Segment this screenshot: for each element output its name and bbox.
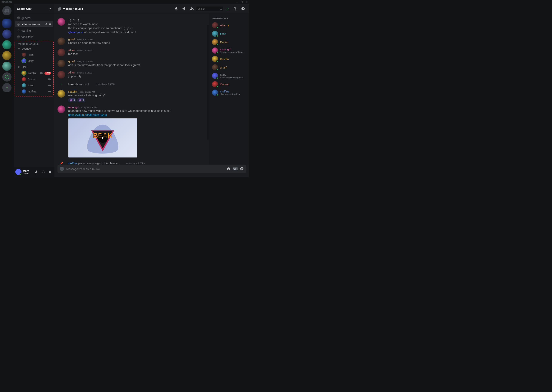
help-button[interactable] [240,7,246,11]
gear-icon[interactable] [49,23,51,25]
search-box[interactable] [196,7,223,11]
member-name: moongirl [220,48,246,51]
avatar [22,89,26,94]
maximize-button[interactable]: ☐ [241,1,243,3]
settings-button[interactable] [47,169,53,175]
channel-name: food-fails [22,35,51,38]
text-channel-videos-n-music[interactable]: videos-n-music [15,21,53,27]
reaction[interactable]: 👾3 [68,98,76,102]
member-item[interactable]: moongirlPlaying League of Legends ▸ [211,46,248,55]
member-item[interactable]: fiona [211,29,248,38]
server-item[interactable] [2,51,12,60]
members-header: MEMBERS — 9 [211,16,248,21]
voice-channel-dnd[interactable]: DnD [16,64,52,70]
self-avatar[interactable] [15,169,22,175]
text-channel-food-fails[interactable]: food-fails [15,34,53,40]
server-item[interactable] [2,40,12,49]
avatar[interactable] [58,71,65,78]
gif-button[interactable]: GIF [233,167,238,170]
voice-user[interactable]: KatelinLIVE [16,70,52,76]
server-item[interactable] [2,19,12,28]
avatar [212,81,218,87]
avatar[interactable] [58,60,65,67]
member-item[interactable]: muffinsListening to Spotify ▸ [211,88,248,97]
member-item[interactable]: Daniel [211,38,248,46]
scrollbar[interactable] [207,14,209,165]
member-activity: Listening to Spotify ▸ [220,93,246,96]
explore-button[interactable] [2,72,12,82]
voice-user[interactable]: Allan [16,52,52,58]
avatar[interactable] [58,37,65,45]
self-info[interactable]: Mary #0000 [23,169,32,175]
members-toggle-button[interactable] [189,7,195,11]
channel-name: videos-n-music [22,23,45,26]
avatar [22,53,26,57]
search-input[interactable] [197,7,219,10]
voice-channel-name: Lounge [22,47,31,50]
message-author[interactable]: Allan [68,71,74,74]
attach-button[interactable]: + [60,167,64,171]
avatar[interactable] [58,18,65,26]
avatar[interactable] [58,105,65,113]
message-input-box[interactable]: + GIF [58,165,246,173]
message-list[interactable]: ╰( ; ▽ ; )╯we need to watch morethe last… [54,14,209,165]
mute-button[interactable] [33,169,39,175]
message-author[interactable]: Allan [68,49,74,52]
svg-point-7 [241,168,241,169]
pinned-button[interactable] [181,7,187,11]
avatar[interactable] [58,49,65,56]
voice-channel-lounge[interactable]: Lounge [16,46,52,52]
message-author[interactable]: gnarf [68,60,75,63]
member-item[interactable]: gnarf [211,63,248,72]
mention[interactable]: @everyone [68,30,83,34]
text-channel-gaming[interactable]: gaming [15,27,53,34]
avatar[interactable] [58,90,65,98]
message-input[interactable] [66,167,224,171]
voice-user[interactable]: Mary [16,58,52,64]
reaction-count: 3 [82,99,84,102]
invite-icon[interactable] [45,23,48,25]
members-list: MEMBERS — 9 Allan ♛fionaDanielmoongirlPl… [209,14,249,165]
voice-user[interactable]: Conner [16,76,52,82]
avatar [212,22,218,28]
message-author[interactable]: Katelin [68,90,77,93]
server-item[interactable] [2,29,12,39]
video-embed[interactable]: BEAK [68,118,137,158]
reactions: 👾3👾3 [68,98,206,102]
message-text: wanna start a listening party? [68,93,206,97]
home-button[interactable] [2,6,12,15]
download-button[interactable] [225,7,231,11]
scrollbar-thumb[interactable] [207,25,209,140]
text-channel-general[interactable]: general [15,15,53,21]
deafen-button[interactable] [40,169,46,175]
message-author[interactable]: gnarf [68,37,75,41]
minimize-button[interactable]: — [236,1,238,3]
reaction[interactable]: 👾3 [77,98,85,102]
play-button[interactable] [98,133,108,143]
server-header[interactable]: Space City [14,4,54,14]
gift-button[interactable] [226,167,230,171]
message: AllanToday at 9:18 AMyep yep ty [54,70,209,79]
hash-icon [58,7,62,11]
member-activity: Playing League of Legends ▸ [220,51,246,53]
voice-user[interactable]: fiona [16,82,52,88]
member-item[interactable]: Conner [211,80,248,88]
server-item[interactable] [2,62,12,71]
voice-user[interactable]: muffins [16,88,52,95]
hash-icon [17,16,20,20]
notifications-button[interactable] [173,7,179,11]
voice-section-header[interactable]: VOICE CHANNELS [15,42,53,46]
member-item[interactable]: Allan ♛ [211,21,248,29]
mentions-button[interactable] [232,7,239,11]
emoji-button[interactable] [240,167,244,171]
member-item[interactable]: MaryStreaming Drawing \·a·/ [211,72,248,80]
message-author[interactable]: moongirl [68,105,79,109]
message: gnarfToday at 9:18 AMooh is that new ava… [54,59,209,68]
status-indicator [216,94,218,96]
message-text: aaaa their new music video is out we NEE… [68,109,206,113]
member-item[interactable]: Katelin [211,55,248,63]
add-server-button[interactable]: + [2,83,12,92]
message-link[interactable]: https://youtu.be/OiDx6aQ928o [68,113,206,117]
close-button[interactable]: ✕ [246,1,248,3]
channel-title: videos-n-music [63,7,83,10]
